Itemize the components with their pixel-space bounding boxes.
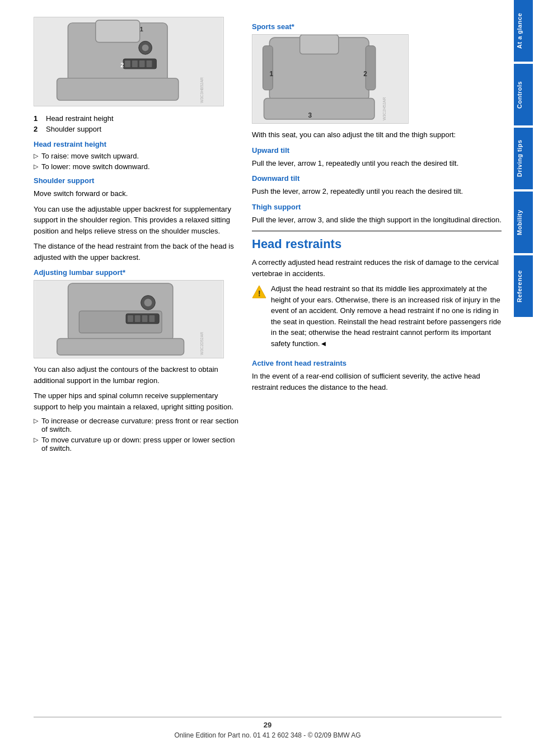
numbered-item-1: 1 Head restraint height xyxy=(34,114,241,123)
thigh-support-heading: Thigh support xyxy=(252,203,502,211)
thigh-support-para: Pull the lever, arrow 3, and slide the t… xyxy=(252,214,502,226)
sidebar: At a glance Controls Driving tips Mobili… xyxy=(513,0,534,756)
lumbar-heading: Adjusting lumbar support* xyxy=(34,268,241,277)
upward-tilt-heading: Upward tilt xyxy=(252,146,502,155)
svg-rect-28 xyxy=(263,46,273,90)
sidebar-tab-controls[interactable]: Controls xyxy=(514,64,533,125)
item-num-2: 2 xyxy=(34,125,41,133)
svg-rect-8 xyxy=(132,60,138,67)
sports-seat-heading: Sports seat* xyxy=(252,22,502,31)
head-restraints-heading: Head restraints xyxy=(252,237,502,251)
warning-text: Adjust the head restraint so that its mi… xyxy=(271,283,502,349)
seat-top-image: 1 2 W3C3HB52AR xyxy=(34,17,224,106)
bullet-curvature-text: To increase or decrease curvature: press… xyxy=(41,417,241,433)
active-front-para: In the event of a rear-end collision of … xyxy=(252,371,502,393)
sidebar-tab-at-glance[interactable]: At a glance xyxy=(514,0,533,62)
svg-rect-33 xyxy=(264,99,375,120)
svg-rect-24 xyxy=(57,339,184,356)
lumbar-para2: The upper hips and spinal column receive… xyxy=(34,390,241,412)
svg-rect-7 xyxy=(125,60,130,67)
sidebar-tab-mobility-label: Mobility xyxy=(516,209,523,235)
footer-note: Online Edition for Part no. 01 41 2 602 … xyxy=(34,731,502,739)
arrow-icon-2: ▷ xyxy=(34,163,38,170)
arrow-icon-3: ▷ xyxy=(34,417,38,424)
svg-text:2: 2 xyxy=(120,62,124,68)
svg-rect-21 xyxy=(135,315,140,322)
svg-point-5 xyxy=(142,44,149,51)
bullet-move-curvature-text: To move curvature up or down: press uppe… xyxy=(41,436,241,452)
left-column: 1 2 W3C3HB52AR 1 Head restraint height 2 xyxy=(34,17,241,706)
svg-text:1: 1 xyxy=(140,26,143,32)
downward-tilt-heading: Downward tilt xyxy=(252,174,502,183)
right-column: Sports seat* 1 2 xyxy=(252,17,502,706)
two-col-layout: 1 2 W3C3HB52AR 1 Head restraint height 2 xyxy=(34,17,502,706)
upward-tilt-para: Pull the lever, arrow 1, repeatedly unti… xyxy=(252,158,502,169)
svg-text:3: 3 xyxy=(308,111,312,119)
sidebar-tab-reference-label: Reference xyxy=(516,270,523,302)
svg-text:2: 2 xyxy=(363,70,367,78)
section-divider xyxy=(252,231,502,231)
numbered-list: 1 Head restraint height 2 Shoulder suppo… xyxy=(34,114,241,133)
svg-text:1: 1 xyxy=(269,70,273,78)
sidebar-tab-at-glance-label: At a glance xyxy=(516,13,523,49)
svg-rect-2 xyxy=(57,78,179,101)
bullet-raise: ▷ To raise: move switch upward. xyxy=(34,152,241,160)
svg-text:W3C3HB52AR: W3C3HB52AR xyxy=(200,77,204,103)
sidebar-tab-mobility[interactable]: Mobility xyxy=(514,192,533,253)
shoulder-support-heading: Shoulder support xyxy=(34,176,241,185)
sidebar-tab-controls-label: Controls xyxy=(516,81,523,108)
svg-rect-22 xyxy=(142,315,148,322)
bullet-lower: ▷ To lower: move switch downward. xyxy=(34,162,241,171)
shoulder-para2: You can use the adjustable upper backres… xyxy=(34,204,241,237)
svg-rect-23 xyxy=(149,315,154,322)
downward-tilt-para: Push the lever, arrow 2, repeatedly unti… xyxy=(252,186,502,197)
head-restraints-para: A correctly adjusted head restraint redu… xyxy=(252,257,502,279)
arrow-icon-1: ▷ xyxy=(34,152,38,160)
svg-text:W3C2H52AR: W3C2H52AR xyxy=(382,97,386,120)
head-restraint-height-heading: Head restraint height xyxy=(34,140,241,148)
item-text-1: Head restraint height xyxy=(46,114,114,123)
svg-rect-20 xyxy=(128,315,133,322)
shoulder-para1: Move switch forward or back. xyxy=(34,188,241,199)
sports-seat-image: 1 2 3 W3C2H52AR xyxy=(252,34,409,124)
page-container: 1 2 W3C3HB52AR 1 Head restraint height 2 xyxy=(0,0,534,756)
svg-rect-9 xyxy=(139,60,145,67)
page-number: 29 xyxy=(34,721,502,729)
svg-rect-3 xyxy=(96,20,140,43)
svg-point-18 xyxy=(144,299,152,307)
item-num-1: 1 xyxy=(34,114,41,123)
lumbar-image: W3C2D52AR xyxy=(34,280,224,358)
numbered-item-2: 2 Shoulder support xyxy=(34,125,241,133)
sports-seat-para: With this seat, you can also adjust the … xyxy=(252,129,502,141)
main-content: 1 2 W3C3HB52AR 1 Head restraint height 2 xyxy=(0,0,513,756)
svg-rect-10 xyxy=(147,60,152,67)
sidebar-tab-driving[interactable]: Driving tips xyxy=(514,128,533,189)
shoulder-para3: The distance of the head restraint from … xyxy=(34,241,241,263)
sidebar-tab-driving-label: Driving tips xyxy=(516,140,523,178)
svg-text:W3C2D52AR: W3C2D52AR xyxy=(200,332,204,355)
bullet-raise-text: To raise: move switch upward. xyxy=(41,152,139,160)
bullet-move-curvature: ▷ To move curvature up or down: press up… xyxy=(34,436,241,452)
lumbar-para1: You can also adjust the contours of the … xyxy=(34,364,241,386)
bullet-lower-text: To lower: move switch downward. xyxy=(41,162,150,171)
sidebar-tab-reference[interactable]: Reference xyxy=(514,255,533,317)
item-text-2: Shoulder support xyxy=(46,125,101,133)
footer: 29 Online Edition for Part no. 01 41 2 6… xyxy=(34,717,502,739)
arrow-icon-4: ▷ xyxy=(34,436,38,444)
svg-rect-30 xyxy=(300,35,339,54)
bullet-curvature: ▷ To increase or decrease curvature: pre… xyxy=(34,417,241,433)
active-front-heading: Active front head restraints xyxy=(252,359,502,367)
warning-icon: ! xyxy=(252,284,266,299)
warning-box: ! Adjust the head restraint so that its … xyxy=(252,283,502,353)
svg-rect-29 xyxy=(366,46,376,90)
svg-text:!: ! xyxy=(258,289,261,298)
